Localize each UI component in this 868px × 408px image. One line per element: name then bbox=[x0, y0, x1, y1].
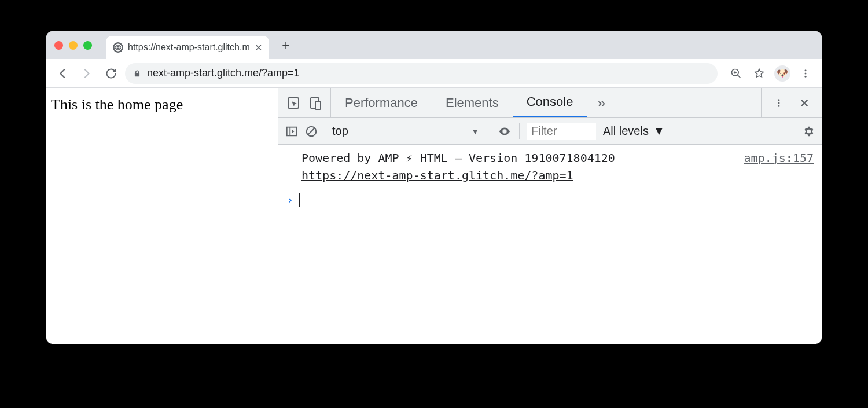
page-body-text: This is the home page bbox=[51, 96, 183, 113]
svg-rect-12 bbox=[287, 127, 297, 135]
toolbar-actions: 🐶 bbox=[726, 63, 816, 84]
lock-icon bbox=[133, 69, 141, 78]
maximize-window-button[interactable] bbox=[83, 41, 92, 50]
page-viewport[interactable]: This is the home page bbox=[46, 88, 278, 344]
window-controls bbox=[54, 41, 92, 50]
back-button[interactable] bbox=[52, 63, 73, 84]
devtools-panel: Performance Elements Console » bbox=[278, 88, 822, 344]
console-output[interactable]: Powered by AMP ⚡ HTML – Version 19100718… bbox=[278, 145, 822, 344]
device-toolbar-icon[interactable] bbox=[308, 96, 322, 110]
profile-avatar[interactable]: 🐶 bbox=[772, 63, 793, 84]
context-label: top bbox=[332, 124, 348, 138]
svg-point-4 bbox=[805, 72, 807, 74]
console-prompt[interactable]: › bbox=[278, 189, 822, 210]
url-text: next-amp-start.glitch.me/?amp=1 bbox=[147, 67, 300, 79]
tab-title: https://next-amp-start.glitch.m bbox=[128, 42, 250, 53]
console-log-row[interactable]: Powered by AMP ⚡ HTML – Version 19100718… bbox=[278, 145, 822, 189]
svg-rect-1 bbox=[135, 73, 139, 76]
svg-point-3 bbox=[805, 69, 807, 71]
address-bar[interactable]: next-amp-start.glitch.me/?amp=1 bbox=[125, 63, 718, 84]
tab-console[interactable]: Console bbox=[513, 88, 587, 117]
console-toolbar: top ▼ All levels ▼ bbox=[278, 118, 822, 145]
reload-button[interactable] bbox=[101, 63, 122, 84]
new-tab-button[interactable]: ＋ bbox=[276, 35, 296, 55]
live-expression-eye-icon[interactable] bbox=[497, 125, 512, 138]
context-selector[interactable]: top ▼ bbox=[332, 124, 483, 138]
chevron-down-icon: ▼ bbox=[653, 124, 665, 138]
log-source-link[interactable]: amp.js:157 bbox=[744, 149, 814, 184]
globe-icon bbox=[113, 42, 123, 53]
menu-button[interactable] bbox=[795, 63, 816, 84]
bookmark-star-icon[interactable] bbox=[749, 63, 770, 84]
inspect-element-icon[interactable] bbox=[286, 96, 300, 110]
tab-strip: https://next-amp-start.glitch.m ✕ ＋ bbox=[46, 31, 822, 59]
zoom-icon[interactable] bbox=[726, 63, 746, 84]
svg-point-10 bbox=[778, 102, 780, 104]
text-cursor bbox=[299, 193, 300, 207]
tab-performance[interactable]: Performance bbox=[331, 88, 432, 117]
svg-point-5 bbox=[805, 75, 807, 77]
browser-tab[interactable]: https://next-amp-start.glitch.m ✕ bbox=[106, 36, 269, 59]
toolbar: next-amp-start.glitch.me/?amp=1 🐶 bbox=[46, 59, 822, 88]
log-url-link[interactable]: https://next-amp-start.glitch.me/?amp=1 bbox=[301, 168, 573, 182]
close-tab-icon[interactable]: ✕ bbox=[255, 42, 262, 53]
chevron-down-icon: ▼ bbox=[471, 127, 479, 136]
prompt-chevron-icon: › bbox=[286, 193, 293, 207]
devtools-tab-bar: Performance Elements Console » bbox=[278, 88, 822, 118]
console-sidebar-toggle-icon[interactable] bbox=[285, 125, 298, 138]
log-text-line1: Powered by AMP ⚡ HTML – Version 19100718… bbox=[301, 151, 615, 165]
svg-rect-8 bbox=[315, 101, 321, 109]
filter-input[interactable] bbox=[527, 123, 596, 140]
console-settings-icon[interactable] bbox=[802, 125, 815, 138]
svg-point-9 bbox=[778, 99, 780, 101]
minimize-window-button[interactable] bbox=[69, 41, 78, 50]
log-level-selector[interactable]: All levels ▼ bbox=[603, 124, 665, 138]
levels-label: All levels bbox=[603, 124, 649, 138]
browser-window: https://next-amp-start.glitch.m ✕ ＋ next… bbox=[46, 31, 822, 344]
close-window-button[interactable] bbox=[54, 41, 63, 50]
clear-console-icon[interactable] bbox=[305, 125, 318, 138]
close-devtools-icon[interactable] bbox=[794, 93, 815, 113]
content-area: This is the home page Performance Elemen… bbox=[46, 88, 822, 344]
avatar-emoji: 🐶 bbox=[774, 65, 790, 82]
svg-point-11 bbox=[778, 105, 780, 106]
devtools-menu-icon[interactable] bbox=[768, 93, 789, 113]
log-message: Powered by AMP ⚡ HTML – Version 19100718… bbox=[301, 149, 733, 184]
more-tabs-icon[interactable]: » bbox=[587, 88, 616, 117]
forward-button[interactable] bbox=[76, 63, 97, 84]
tab-elements[interactable]: Elements bbox=[432, 88, 513, 117]
